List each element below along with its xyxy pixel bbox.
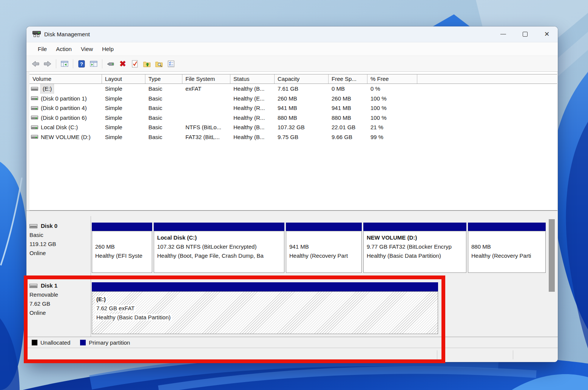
cell-free: 880 MB xyxy=(329,113,367,123)
partition-title xyxy=(471,233,542,242)
cell-type: Basic xyxy=(145,132,182,142)
window-title: Disk Management xyxy=(44,31,90,37)
disk-state: Online xyxy=(29,249,90,258)
column-header-file-system[interactable]: File System xyxy=(182,74,230,84)
close-icon: ✕ xyxy=(544,31,549,37)
column-header-volume[interactable]: Volume xyxy=(29,74,102,84)
maximize-button[interactable] xyxy=(514,26,536,42)
cell-type: Basic xyxy=(145,84,182,94)
volume-list-body: (E:) Simple Basic exFAT Healthy (B... 7.… xyxy=(29,84,557,210)
cell-pct-free: 21 % xyxy=(367,122,417,132)
table-row-volume-e[interactable]: (E:) Simple Basic exFAT Healthy (B... 7.… xyxy=(29,84,557,94)
close-button[interactable]: ✕ xyxy=(536,26,558,42)
show-action-pane-button[interactable] xyxy=(89,59,99,69)
disk-size: 119.12 GB xyxy=(29,240,90,249)
column-header-type[interactable]: Type xyxy=(145,74,182,84)
minimize-button[interactable] xyxy=(492,26,514,42)
cell-type: Basic xyxy=(145,122,182,132)
cell-status: Healthy (B... xyxy=(230,132,275,142)
table-row-new-volume-d[interactable]: NEW VOLUME (D:) Simple Basic FAT32 (BitL… xyxy=(29,132,557,142)
table-row-disk0-partition1[interactable]: (Disk 0 partition 1) Simple Basic Health… xyxy=(29,94,557,104)
cell-capacity: 9.75 GB xyxy=(275,132,329,142)
scrollbar-thumb[interactable] xyxy=(549,219,555,292)
column-header-status[interactable]: Status xyxy=(230,74,275,84)
partition-status: Healthy (Recovery Part xyxy=(289,251,358,260)
volume-name-selected: (E:) xyxy=(41,84,54,94)
column-header-pct-free[interactable]: % Free xyxy=(367,74,417,84)
svg-text:?: ? xyxy=(80,61,83,67)
cell-fs: exFAT xyxy=(182,84,230,94)
column-header-free-space[interactable]: Free Sp... xyxy=(329,74,367,84)
help-button[interactable]: ? xyxy=(77,59,86,69)
pane-splitter[interactable] xyxy=(26,210,558,216)
cell-free: 9.66 GB xyxy=(329,132,367,142)
toolbar: ? ✖ xyxy=(26,56,558,72)
table-row-disk0-partition6[interactable]: (Disk 0 partition 6) Simple Basic Health… xyxy=(29,113,557,123)
cell-layout: Simple xyxy=(102,122,145,132)
delete-x-icon: ✖ xyxy=(119,60,126,68)
disk-management-app-icon xyxy=(32,31,41,38)
open-folder-button[interactable] xyxy=(142,59,152,69)
device-tool-button[interactable] xyxy=(106,59,116,69)
volume-name: (Disk 0 partition 1) xyxy=(41,94,87,104)
volume-name: (Disk 0 partition 4) xyxy=(41,103,87,113)
partition-disk0-c[interactable]: Local Disk (C:) 107.32 GB NTFS (BitLocke… xyxy=(154,223,284,273)
menu-bar: File Action View Help xyxy=(26,42,558,56)
partition-status: Healthy (Recovery Parti xyxy=(471,251,542,260)
volume-name: Local Disk (C:) xyxy=(41,122,78,132)
back-button[interactable] xyxy=(31,59,40,69)
volume-drive-icon xyxy=(31,135,38,139)
partition-size: 107.32 GB NTFS (BitLocker Encrypted) xyxy=(157,242,281,251)
menu-help[interactable]: Help xyxy=(97,44,118,54)
show-console-tree-button[interactable] xyxy=(60,59,69,69)
cell-layout: Simple xyxy=(102,84,145,94)
cell-layout: Simple xyxy=(102,132,145,142)
properties-button[interactable] xyxy=(166,59,176,69)
partition-title xyxy=(289,233,358,242)
cell-fs xyxy=(182,94,230,104)
toolbar-separator xyxy=(102,59,102,68)
volume-drive-icon xyxy=(31,125,38,129)
disk1-highlight-annotation xyxy=(24,275,445,363)
status-bar-separator xyxy=(513,350,513,359)
partition-size: 9.77 GB FAT32 (BitLocker Encryp xyxy=(367,242,463,251)
column-header-filler xyxy=(417,74,557,84)
cell-status: Healthy (E... xyxy=(230,94,275,104)
cell-pct-free: 100 % xyxy=(367,113,417,123)
disk-icon xyxy=(29,224,37,228)
primary-partition-band xyxy=(92,223,152,231)
cell-fs xyxy=(182,113,230,123)
volume-drive-icon xyxy=(31,106,38,110)
partition-status: Healthy (EFI Syste xyxy=(95,251,149,260)
cell-status: Healthy (R... xyxy=(230,103,275,113)
partition-disk0-d[interactable]: NEW VOLUME (D:) 9.77 GB FAT32 (BitLocker… xyxy=(363,223,466,273)
disk0-label[interactable]: Disk 0 Basic 119.12 GB Online xyxy=(29,221,90,258)
explore-folder-button[interactable] xyxy=(154,59,164,69)
mark-partition-button[interactable] xyxy=(130,59,140,69)
column-header-layout[interactable]: Layout xyxy=(102,74,145,84)
menu-action[interactable]: Action xyxy=(51,44,76,54)
delete-volume-button[interactable]: ✖ xyxy=(118,59,128,69)
cell-pct-free: 0 % xyxy=(367,84,417,94)
cell-capacity: 260 MB xyxy=(275,94,329,104)
graph-pane-scrollbar[interactable] xyxy=(548,218,555,331)
column-header-capacity[interactable]: Capacity xyxy=(275,74,329,84)
table-row-local-disk-c[interactable]: Local Disk (C:) Simple Basic NTFS (BitLo… xyxy=(29,122,557,132)
volume-name: (Disk 0 partition 6) xyxy=(41,113,87,123)
table-row-disk0-partition4[interactable]: (Disk 0 partition 4) Simple Basic Health… xyxy=(29,103,557,113)
cell-type: Basic xyxy=(145,94,182,104)
forward-button[interactable] xyxy=(43,59,52,69)
partition-disk0-efi[interactable]: 260 MB Healthy (EFI Syste xyxy=(92,223,152,273)
volume-list-pane: Volume Layout Type File System Status Ca… xyxy=(29,72,557,210)
menu-view[interactable]: View xyxy=(76,44,97,54)
minimize-icon xyxy=(500,34,506,34)
cell-pct-free: 100 % xyxy=(367,103,417,113)
cell-capacity: 107.32 GB xyxy=(275,122,329,132)
partition-disk0-recovery2[interactable]: 880 MB Healthy (Recovery Parti xyxy=(468,223,546,273)
primary-partition-band xyxy=(286,223,362,231)
primary-partition-band xyxy=(363,223,466,231)
cell-free: 260 MB xyxy=(329,94,367,104)
partition-disk0-recovery1[interactable]: 941 MB Healthy (Recovery Part xyxy=(286,223,362,273)
menu-file[interactable]: File xyxy=(33,44,51,54)
cell-type: Basic xyxy=(145,113,182,123)
